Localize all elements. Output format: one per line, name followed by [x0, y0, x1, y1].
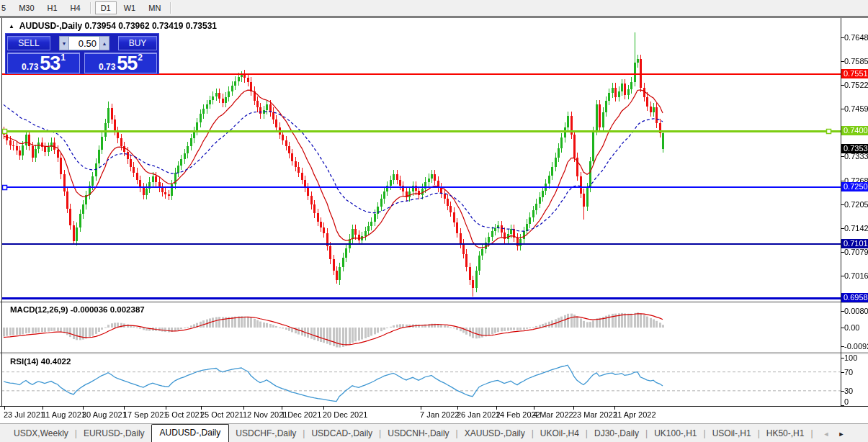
date-tick-label: 23 Jul 2021 [4, 410, 45, 419]
rsi-tick-label: 0 [844, 397, 849, 406]
tab-hk50-h1[interactable]: HK50-,H1 [760, 425, 811, 442]
tab-usdchf-daily[interactable]: USDCHF-,Daily [229, 425, 303, 442]
tab-usoil-h1[interactable]: USOil-,H1 [706, 425, 758, 442]
chart-symbol: AUDUSD-,Daily [19, 21, 82, 31]
tab-usdcnh-daily[interactable]: USDCNH-,Daily [381, 425, 455, 442]
timeframe-5[interactable]: 5 [0, 1, 12, 14]
price-tick-label: 0.74590 [844, 104, 868, 113]
window-divider [0, 16, 868, 18]
toolbar-separator [90, 2, 91, 14]
sell-button[interactable]: SELL [7, 36, 50, 50]
tab-scroll-left-icon[interactable]: ◄ [819, 430, 834, 438]
buy-price[interactable]: 0.73552 [84, 53, 157, 73]
timeframe-h4[interactable]: H4 [65, 1, 86, 14]
price-level-label: 0.71013 [841, 239, 868, 248]
rsi-label: RSI(14) 40.4022 [10, 357, 71, 366]
macd-label: MACD(12,26,9) -0.000036 0.002387 [10, 305, 145, 314]
macd-tick-label: 0.008061 [844, 307, 868, 315]
timeframe-m30[interactable]: M30 [13, 1, 40, 14]
volume-input[interactable] [69, 36, 99, 50]
price-tick-label: 0.76480 [844, 33, 868, 42]
tab-uk100-h1[interactable]: UK100-,H1 [648, 425, 703, 442]
triangle-up-icon: ▲ [102, 41, 107, 46]
timeframe-d1[interactable]: D1 [95, 1, 117, 14]
date-tick-label: 20 Dec 2021 [323, 410, 367, 419]
date-tick-label: 6 Oct 2021 [165, 410, 204, 419]
volume-stepper: ▼ ▲ [59, 36, 109, 50]
volume-increase-button[interactable]: ▲ [99, 36, 109, 50]
buy-button[interactable]: BUY [118, 36, 157, 50]
tab-scroll-arrows: ◄► [819, 430, 849, 442]
tab-scroll-right-icon[interactable]: ► [834, 430, 849, 438]
price-tick-label: 0.72055 [844, 200, 868, 209]
tab-ukoil-h4[interactable]: UKOil-,H4 [534, 425, 586, 442]
price-tick-label: 0.75850 [844, 57, 868, 66]
current-price-label: 0.73531 [841, 144, 868, 153]
date-tick-label: 1 Dec 2021 [281, 410, 321, 419]
price-tick-label: 0.71425 [844, 224, 868, 233]
price-level-label: 0.75512 [841, 69, 868, 78]
date-tick-label: 11 Apr 2022 [614, 410, 656, 419]
macd-tick-label: 0.00 [844, 323, 859, 332]
tab-usdcad-daily[interactable]: USDCAD-,Daily [305, 425, 379, 442]
sell-price-big: 53 [40, 55, 60, 72]
chart-ohlc: 0.73954 0.73962 0.73419 0.73531 [85, 21, 218, 31]
chart-title: ▲ AUDUSD-,Daily 0.73954 0.73962 0.73419 … [9, 21, 217, 31]
rsi-tick-label: 70 [844, 368, 853, 376]
date-tick-label: 7 Jan 2022 [420, 410, 459, 419]
price-level-label: 0.74002 [841, 126, 868, 135]
sell-price[interactable]: 0.73531 [7, 53, 80, 73]
timeframe-w1[interactable]: W1 [118, 1, 142, 14]
rsi-tick-label: 100 [844, 353, 857, 362]
rsi-tick-label: 30 [844, 387, 853, 395]
triangle-down-icon: ▼ [62, 41, 67, 46]
buy-price-sup: 2 [138, 54, 143, 61]
price-level-label: 0.72504 [841, 182, 868, 191]
date-tick-label: 30 Aug 2021 [82, 410, 127, 419]
chart-tab-bar: USDX,Weekly|EURUSD-,DailyAUDUSD-,DailyUS… [0, 423, 868, 442]
tab-audusd-daily[interactable]: AUDUSD-,Daily [151, 424, 230, 442]
price-level-label: 0.69582 [841, 293, 868, 302]
sell-price-prefix: 0.73 [22, 62, 38, 72]
date-tick-label: 26 Jan 2022 [457, 410, 501, 419]
timeframe-mn[interactable]: MN [143, 1, 166, 14]
price-tick-label: 0.75220 [844, 81, 868, 89]
panel-toggle-icon[interactable]: ▲ [9, 23, 14, 30]
tab-separator: | [810, 428, 813, 442]
buy-price-prefix: 0.73 [99, 62, 115, 72]
one-click-trading-panel: SELL ▼ ▲ BUY 0.73531 0.73552 [5, 33, 159, 74]
sell-price-sup: 1 [61, 54, 66, 61]
tab-dj30-daily[interactable]: DJ30-,Daily [588, 425, 645, 442]
price-tick-label: 0.70165 [844, 271, 868, 280]
date-tick-label: 4 Mar 2022 [533, 410, 573, 419]
buy-price-big: 55 [117, 55, 137, 72]
tab-xauusd-daily[interactable]: XAUUSD-,Daily [458, 425, 532, 442]
date-tick-label: 17 Sep 2021 [123, 410, 168, 419]
tab-usdx-weekly[interactable]: USDX,Weekly [7, 425, 75, 442]
date-tick-label: 25 Oct 2021 [200, 410, 243, 419]
macd-tick-label: -0.00928 [844, 342, 868, 351]
toolbar-separator [170, 2, 171, 14]
tab-eurusd-daily[interactable]: EURUSD-,Daily [77, 425, 151, 442]
timeframe-h1[interactable]: H1 [42, 1, 63, 14]
date-tick-label: 11 Aug 2021 [42, 410, 86, 419]
timeframe-toolbar: 5M30H1H4D1W1MN [0, 0, 868, 16]
price-tick-label: 0.70795 [844, 248, 868, 256]
volume-decrease-button[interactable]: ▼ [59, 36, 69, 50]
date-tick-label: 23 Mar 2022 [573, 410, 617, 419]
